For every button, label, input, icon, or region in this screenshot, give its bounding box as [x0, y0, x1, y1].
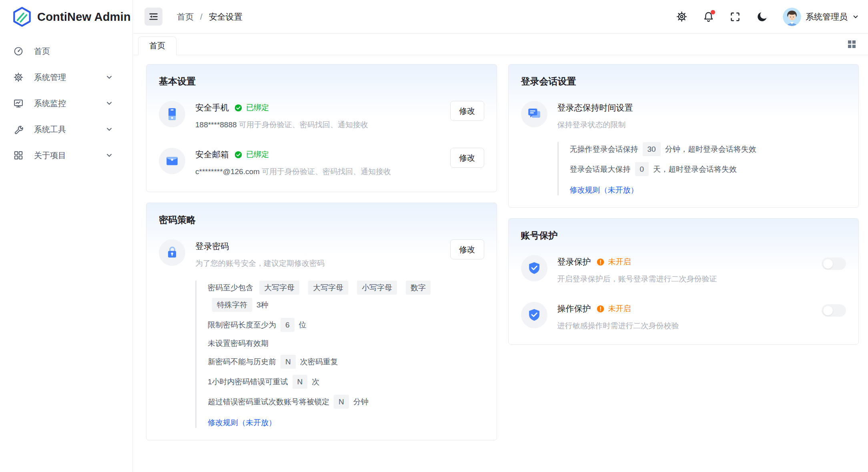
modify-rules-link[interactable]: 修改规则（未开放）	[208, 418, 276, 428]
tab-home[interactable]: 首页	[138, 36, 176, 55]
chevron-down-icon	[105, 99, 113, 107]
login-password-row: 登录密码 为了您的账号安全，建议定期修改密码 密码至少包含 大写字母 大写字母 …	[159, 239, 484, 428]
secure-email-desc: 可用于身份验证、密码找回、通知接收	[262, 167, 391, 176]
sidebar-item-system-monitor[interactable]: 系统监控	[4, 92, 124, 114]
sidebar-item-home[interactable]: 首页	[4, 40, 124, 62]
secure-email-title: 安全邮箱	[195, 149, 229, 160]
not-enabled-badge: 未开启	[596, 256, 631, 267]
settings-button[interactable]	[676, 11, 688, 23]
breadcrumb-home[interactable]: 首页	[177, 11, 194, 22]
sidebar-item-about-project[interactable]: 关于项目	[4, 144, 124, 167]
sidebar-collapse-button[interactable]	[144, 8, 162, 26]
login-protection-body: 登录保护 未开启 开启登录保护后，账号登录需进行二次身份验证	[557, 255, 812, 284]
rule-tag: 小写字母	[357, 281, 397, 295]
bound-badge: 已绑定	[234, 102, 269, 113]
app-title: ContiNew Admin	[37, 10, 131, 24]
sidebar-item-label: 关于项目	[34, 150, 94, 161]
rule-text: 3种	[257, 299, 269, 310]
rule-text: 分钟	[353, 396, 369, 407]
breadcrumb-separator: /	[200, 12, 202, 22]
rule-text: 分钟，超时登录会话将失效	[665, 144, 756, 155]
login-protection-toggle[interactable]	[822, 257, 846, 270]
content-right-column: 登录会话设置 登录态保持时间设置	[508, 64, 859, 472]
operation-protection-desc: 进行敏感操作时需进行二次身份校验	[557, 321, 679, 330]
rule-text: 未设置密码有效期	[208, 338, 269, 349]
secure-email-body: 安全邮箱 已绑定 c********@126.com 可用于身份验证、密码找回、…	[195, 148, 440, 177]
notifications-button[interactable]	[702, 11, 714, 23]
sidebar-item-system-management[interactable]: 系统管理	[4, 66, 124, 88]
rule-value: N	[293, 375, 308, 389]
rule-tag: 数字	[406, 281, 431, 295]
rule-max-keep: 登录会话最大保持 0 天，超时登录会话将失效	[570, 162, 846, 176]
login-protection-title: 登录保护	[557, 256, 591, 267]
rule-text: 位	[299, 319, 307, 330]
topbar: 首页 / 安全设置	[133, 0, 868, 34]
breadcrumb: 首页 / 安全设置	[177, 11, 243, 22]
bound-badge: 已绑定	[234, 149, 269, 160]
rule-value: 30	[643, 142, 661, 156]
session-keep-title: 登录态保持时间设置	[557, 102, 633, 113]
logo-home-link[interactable]: ContiNew Admin	[0, 0, 132, 34]
login-password-body: 登录密码 为了您的账号安全，建议定期修改密码 密码至少包含 大写字母 大写字母 …	[195, 239, 440, 428]
tab-actions-button[interactable]	[846, 38, 858, 50]
rule-value: 6	[281, 318, 295, 332]
login-password-title: 登录密码	[195, 241, 229, 252]
monitor-icon	[14, 98, 23, 108]
rule-text: 登录会话最大保持	[570, 164, 631, 175]
basic-settings-card: 基本设置 安全手机	[146, 64, 497, 192]
rule-value: N	[281, 355, 296, 369]
content-left-column: 基本设置 安全手机	[146, 64, 497, 472]
topbar-actions: 系统管理员	[676, 8, 859, 26]
chevron-down-icon	[105, 73, 113, 81]
rule-tag: 特殊字符	[212, 298, 252, 312]
rule-text: 密码至少包含	[208, 282, 253, 293]
not-enabled-badge-label: 未开启	[608, 303, 631, 314]
chevron-down-icon	[852, 13, 859, 20]
rule-value: 0	[635, 162, 649, 176]
password-policy-card: 密码策略 登录密码	[146, 203, 497, 440]
modify-rules-link[interactable]: 修改规则（未开放）	[570, 185, 638, 195]
user-name: 系统管理员	[806, 11, 848, 22]
rule-retry-times: 1小时内密码错误可重试 N 次	[208, 375, 440, 389]
modify-password-button[interactable]: 修改	[450, 239, 484, 259]
tabbar: 首页	[133, 34, 868, 55]
sidebar-item-system-tools[interactable]: 系统工具	[4, 118, 124, 141]
login-protection-row: 登录保护 未开启 开启登录保护后，账号登录需进行二次身份验证	[521, 255, 846, 284]
sidebar-item-label: 系统工具	[34, 124, 94, 135]
sidebar-item-label: 系统监控	[34, 98, 94, 109]
secure-phone-row: 安全手机 已绑定 188****8888 可用于身份验证、密码找回、通知接收	[159, 101, 484, 130]
wrench-icon	[14, 125, 23, 134]
menu-fold-icon	[148, 12, 158, 22]
security-settings-page: 基本设置 安全手机	[133, 55, 868, 472]
toggle-knob	[823, 306, 833, 315]
secure-email-value: c********@126.com	[195, 167, 260, 176]
modify-phone-button[interactable]: 修改	[450, 101, 484, 121]
toggle-knob	[823, 259, 833, 269]
sidebar-item-label: 系统管理	[34, 72, 94, 83]
notification-badge-dot	[711, 10, 715, 14]
exclamation-circle-icon	[596, 258, 605, 266]
avatar	[783, 8, 801, 26]
card-title: 密码策略	[159, 214, 484, 226]
moon-icon	[757, 11, 768, 22]
card-title: 账号保护	[521, 229, 846, 242]
chevron-down-icon	[105, 125, 113, 133]
user-menu[interactable]: 系统管理员	[783, 8, 859, 26]
rule-text: 1小时内密码错误可重试	[208, 376, 288, 387]
operation-protection-title: 操作保护	[557, 303, 591, 314]
check-circle-icon	[234, 151, 243, 159]
email-icon	[159, 148, 185, 174]
fullscreen-button[interactable]	[729, 11, 741, 23]
modify-email-button[interactable]: 修改	[450, 148, 484, 168]
rule-no-expiry: 未设置密码有效期	[208, 338, 440, 349]
dark-mode-button[interactable]	[756, 11, 768, 23]
rule-value: N	[334, 395, 349, 409]
exclamation-circle-icon	[596, 305, 605, 313]
rule-text: 限制密码长度至少为	[208, 319, 276, 330]
login-protection-desc: 开启登录保护后，账号登录需进行二次身份验证	[557, 275, 717, 283]
session-keep-row: 登录态保持时间设置 保持登录状态的限制 无操作登录会话保持 30 分钟，超时登录…	[521, 101, 846, 195]
gear-icon	[676, 11, 687, 22]
operation-protection-toggle[interactable]	[822, 304, 846, 317]
session-rules: 无操作登录会话保持 30 分钟，超时登录会话将失效 登录会话最大保持 0 天，超…	[557, 142, 846, 195]
sidebar-menu: 首页 系统管理	[0, 34, 132, 167]
